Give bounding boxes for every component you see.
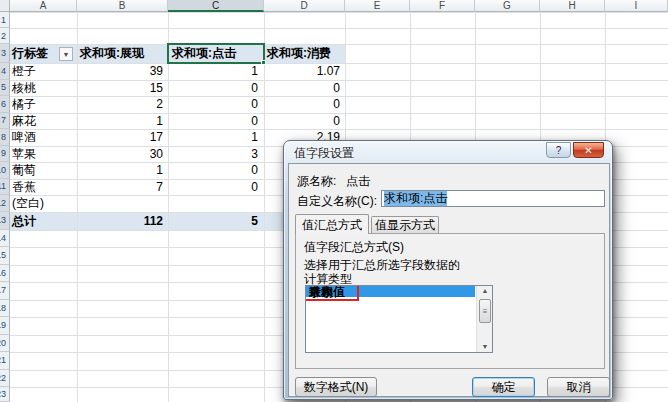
row-number-label: 13	[0, 215, 6, 225]
pivot-row-label[interactable]: 啤酒	[12, 129, 36, 146]
column-header-E[interactable]: E	[345, 0, 410, 12]
custom-name-input[interactable]: 求和项:点击	[381, 190, 605, 207]
row-header-9[interactable]: 9	[0, 146, 10, 163]
scrollbar-thumb[interactable]: ≡	[479, 299, 491, 323]
row-number-label: 18	[0, 303, 6, 313]
pivot-value-cell[interactable]: 3	[170, 146, 258, 163]
column-header-C[interactable]: C	[168, 0, 264, 12]
row-header-4[interactable]: 4	[0, 63, 10, 80]
row-header-7[interactable]: 7	[0, 113, 10, 130]
pivot-value-cell[interactable]: 2	[80, 96, 163, 113]
tab-summarize-by[interactable]: 值汇总方式	[295, 214, 369, 234]
row-header-15[interactable]: 15	[0, 247, 10, 265]
pivot-row-label[interactable]: (空白)	[12, 195, 44, 212]
column-header-H[interactable]: H	[540, 0, 605, 12]
row-header-16[interactable]: 16	[0, 265, 10, 283]
help-button[interactable]: ?	[546, 142, 571, 158]
row-header-1[interactable]: 1	[0, 12, 10, 28]
pivot-value-cell[interactable]: 1	[170, 129, 258, 146]
column-header-G[interactable]: G	[475, 0, 540, 12]
row-header-2[interactable]: 2	[0, 28, 10, 44]
scroll-up-icon[interactable]: ▲	[477, 286, 493, 296]
row-number-label: 12	[0, 198, 6, 208]
row-header-20[interactable]: 20	[0, 335, 10, 353]
row-number-label: 23	[0, 389, 6, 399]
pivot-value-cell[interactable]: 1	[80, 113, 163, 130]
calc-type-listbox[interactable]: 求和计数平均值最大值最小值乘积 ▲ ≡ ▼	[305, 285, 493, 353]
summary-section-title: 值字段汇总方式(S)	[304, 239, 404, 256]
pivot-value-cell[interactable]: 0	[170, 80, 258, 97]
pivot-row-label[interactable]: 麻花	[12, 113, 36, 130]
pivot-value-cell[interactable]: 0	[266, 80, 340, 97]
pivot-total-value[interactable]: 112	[80, 212, 163, 230]
pivot-header-cell[interactable]: 求和项:消费	[267, 44, 331, 63]
pivot-value-cell[interactable]: 1	[80, 162, 163, 179]
row-header-5[interactable]: 5	[0, 80, 10, 97]
select-all-corner[interactable]	[0, 0, 10, 12]
row-number-label: 22	[0, 373, 6, 383]
row-header-21[interactable]: 21	[0, 352, 10, 370]
pivot-value-cell[interactable]: 30	[80, 146, 163, 163]
pivot-row-label[interactable]: 核桃	[12, 80, 36, 97]
row-header-23[interactable]: 23	[0, 387, 10, 402]
row-header-19[interactable]: 19	[0, 317, 10, 335]
pivot-value-cell[interactable]: 0	[170, 162, 258, 179]
custom-name-label: 自定义名称(C):	[297, 193, 377, 210]
pivot-row-label[interactable]: 葡萄	[12, 162, 36, 179]
row-header-18[interactable]: 18	[0, 300, 10, 318]
close-button[interactable]: ✕	[573, 142, 604, 158]
pivot-value-cell[interactable]: 1.07	[266, 63, 340, 80]
column-header-I[interactable]: I	[605, 0, 668, 12]
filter-dropdown-button[interactable]: ▼	[59, 47, 73, 61]
row-number-label: 11	[0, 181, 6, 191]
tab-show-values-as[interactable]: 值显示方式	[371, 216, 439, 234]
pivot-value-cell[interactable]: 0	[266, 113, 340, 130]
column-header-B[interactable]: B	[77, 0, 168, 12]
pivot-total-label[interactable]: 总计	[12, 212, 36, 230]
pivot-value-cell[interactable]: 17	[80, 129, 163, 146]
column-header-A[interactable]: A	[10, 0, 77, 12]
row-header-10[interactable]: 10	[0, 162, 10, 179]
ok-button[interactable]: 确定	[472, 377, 535, 397]
row-header-13[interactable]: 13	[0, 212, 10, 230]
pivot-header-cell[interactable]: 求和项:展现	[80, 44, 144, 63]
column-header-D[interactable]: D	[264, 0, 345, 12]
fill-handle[interactable]	[261, 60, 266, 65]
number-format-button[interactable]: 数字格式(N)	[295, 377, 377, 397]
pivot-row-label[interactable]: 橙子	[12, 63, 36, 80]
row-header-17[interactable]: 17	[0, 282, 10, 300]
row-number-label: 17	[0, 285, 6, 295]
pivot-row-label[interactable]: 橘子	[12, 96, 36, 113]
row-number-label: 2	[1, 31, 6, 41]
row-header-11[interactable]: 11	[0, 179, 10, 196]
help-icon: ?	[556, 145, 562, 156]
pivot-total-value[interactable]: 5	[170, 212, 258, 230]
pivot-value-cell[interactable]: 0	[266, 96, 340, 113]
pivot-value-cell[interactable]: 7	[80, 179, 163, 196]
row-header-12[interactable]: 12	[0, 195, 10, 212]
pivot-header-cell[interactable]: 行标签	[12, 44, 48, 63]
pivot-value-cell[interactable]: 0	[170, 179, 258, 196]
scroll-down-icon[interactable]: ▼	[477, 342, 493, 352]
row-header-14[interactable]: 14	[0, 230, 10, 248]
thumb-grip-icon: ≡	[483, 307, 488, 316]
listbox-scrollbar[interactable]: ▲ ≡ ▼	[476, 286, 492, 352]
row-header-8[interactable]: 8	[0, 129, 10, 146]
value-field-settings-dialog: 值字段设置 ? ✕ 源名称: 点击 自定义名称(C): 求和项:点击 值汇总方式…	[283, 140, 613, 400]
row-number-label: 20	[0, 338, 6, 348]
pivot-value-cell[interactable]: 39	[80, 63, 163, 80]
row-number-label: 5	[1, 82, 6, 92]
pivot-row-label[interactable]: 苹果	[12, 146, 36, 163]
pivot-value-cell[interactable]: 0	[170, 96, 258, 113]
row-header-6[interactable]: 6	[0, 96, 10, 113]
row-header-22[interactable]: 22	[0, 370, 10, 388]
gridline-h	[10, 12, 668, 13]
gridline-v	[264, 12, 265, 402]
cancel-button[interactable]: 取消	[547, 377, 610, 397]
column-header-F[interactable]: F	[410, 0, 475, 12]
pivot-value-cell[interactable]: 15	[80, 80, 163, 97]
pivot-value-cell[interactable]: 1	[170, 63, 258, 80]
pivot-value-cell[interactable]: 0	[170, 113, 258, 130]
pivot-row-label[interactable]: 香蕉	[12, 179, 36, 196]
row-header-3[interactable]: 3	[0, 44, 10, 63]
